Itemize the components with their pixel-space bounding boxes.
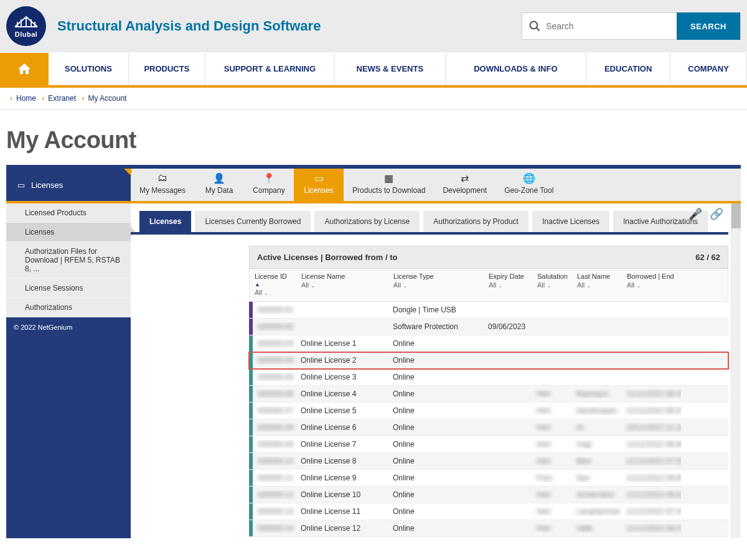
column-header[interactable]: Last NameAll ⌄ xyxy=(572,269,622,301)
account-tab-my-messages[interactable]: 🗂My Messages xyxy=(131,169,194,201)
crumb-myaccount[interactable]: My Account xyxy=(88,94,126,103)
table-row[interactable]: 000000-06Online License 4OnlineHerrRasma… xyxy=(249,386,728,403)
tab-icon: 🌐 xyxy=(523,172,535,184)
table-row[interactable]: 000000-13Online License 11OnlineHerrLang… xyxy=(249,503,728,520)
search-icon xyxy=(522,20,546,32)
account-tab-company[interactable]: 📍Company xyxy=(244,169,294,201)
table-row[interactable]: 000000-09Online License 7OnlineHerrVogt1… xyxy=(249,436,728,453)
sidebar-footer: © 2022 NetGenium xyxy=(6,317,131,337)
column-header[interactable]: License TypeAll ⌄ xyxy=(388,269,484,301)
page-title: My Account xyxy=(6,127,747,154)
search-box: SEARCH xyxy=(522,12,741,40)
column-header[interactable]: Expiry DateAll ⌄ xyxy=(484,269,532,301)
column-header[interactable]: Borrowed | EndAll ⌄ xyxy=(622,269,682,301)
sidebar-item[interactable]: Licenses xyxy=(6,223,131,242)
account-current-section: ▭ Licenses xyxy=(6,169,131,201)
tab-icon: 🗂 xyxy=(156,172,169,184)
sidebar-item[interactable]: Licensed Products xyxy=(6,203,131,223)
sidebar-item[interactable]: Authorization Files for Download | RFEM … xyxy=(6,242,131,279)
column-header[interactable]: License ID ▲All ⌄ xyxy=(250,269,296,301)
table-count: 62 / 62 xyxy=(695,253,720,262)
nav-home[interactable] xyxy=(0,53,49,85)
account-tab-my-data[interactable]: 👤My Data xyxy=(194,169,244,201)
svg-point-0 xyxy=(530,22,538,29)
tab-icon: 👤 xyxy=(213,172,225,184)
crumb-extranet[interactable]: Extranet xyxy=(48,94,76,103)
subtab[interactable]: Licenses xyxy=(139,211,191,232)
scrollbar[interactable] xyxy=(731,203,741,538)
tab-icon: 📍 xyxy=(263,172,275,184)
nav-support[interactable]: SUPPORT & LEARNING xyxy=(205,53,335,85)
subtab[interactable]: Authorizations by License xyxy=(314,211,420,232)
search-input[interactable] xyxy=(546,13,677,39)
subtab[interactable]: Authorizations by Product xyxy=(423,211,529,232)
column-header[interactable]: SalutationAll ⌄ xyxy=(532,269,572,301)
table-title: Active Licenses | Borrowed from / to xyxy=(257,253,397,262)
subtab[interactable]: Inactive Licenses xyxy=(532,211,609,232)
table-row[interactable]: 000000-12Online License 10OnlineHerrAche… xyxy=(249,487,728,503)
table-row[interactable]: 000000-03Online License 1Online xyxy=(249,335,728,352)
brand-logo[interactable]: Dlubal xyxy=(6,6,46,46)
subtab[interactable]: Licenses Currently Borrowed xyxy=(195,211,311,232)
table-row[interactable]: 000000-01Dongle | Time USB xyxy=(249,302,728,319)
breadcrumb: ›Home ›Extranet ›My Account xyxy=(0,88,747,110)
account-tab-products-to-download[interactable]: ▦Products to Download xyxy=(344,169,434,201)
tab-icon: ▭ xyxy=(312,172,325,184)
table-row[interactable]: 000000-11Online License 9OnlineFrauSan11… xyxy=(249,470,728,487)
tab-icon: ⇄ xyxy=(459,172,471,184)
table-row[interactable]: 000000-08Online License 6OnlineHerrAl10/… xyxy=(249,419,728,436)
crumb-home[interactable]: Home xyxy=(16,94,36,103)
brand-tagline: Structural Analysis and Design Software xyxy=(57,18,321,34)
column-header[interactable]: License NameAll ⌄ xyxy=(296,269,388,301)
account-tab-geo-zone-tool[interactable]: 🌐Geo-Zone Tool xyxy=(496,169,562,201)
table-row[interactable]: 000000-02Software Protection09/06/2023 xyxy=(249,319,728,335)
brand-name: Dlubal xyxy=(15,30,38,38)
main-nav: SOLUTIONS PRODUCTS SUPPORT & LEARNING NE… xyxy=(0,52,747,85)
table-row[interactable]: 000000-14Online License 12OnlineHerrVall… xyxy=(249,520,728,537)
tab-icon: ▦ xyxy=(383,172,395,184)
nav-downloads[interactable]: DOWNLOADS & INFO xyxy=(446,53,586,85)
sidebar-item[interactable]: Authorizations xyxy=(6,298,131,317)
nav-news[interactable]: NEWS & EVENTS xyxy=(335,53,446,85)
svg-line-1 xyxy=(537,28,540,31)
nav-solutions[interactable]: SOLUTIONS xyxy=(49,53,129,85)
link-icon[interactable]: 🔗 xyxy=(710,207,723,221)
nav-education[interactable]: EDUCATION xyxy=(586,53,670,85)
table-row[interactable]: 000000-10Online License 8OnlineHerrBien1… xyxy=(249,453,728,470)
sidebar-item[interactable]: License Sessions xyxy=(6,279,131,298)
licenses-icon: ▭ xyxy=(17,180,25,190)
account-tab-licenses[interactable]: ▭Licenses xyxy=(294,169,344,201)
table-row[interactable]: 000000-04Online License 2Online xyxy=(249,352,728,369)
nav-products[interactable]: PRODUCTS xyxy=(129,53,205,85)
search-button[interactable]: SEARCH xyxy=(677,12,740,40)
account-tab-development[interactable]: ⇄Development xyxy=(434,169,496,201)
account-current-label: Licenses xyxy=(31,180,63,190)
nav-company[interactable]: COMPANY xyxy=(670,53,747,85)
table-row[interactable]: 000000-07Online License 5OnlineHerrSandh… xyxy=(249,403,728,419)
mic-icon[interactable]: 🎤 xyxy=(688,207,702,221)
table-row[interactable]: 000000-05Online License 3Online xyxy=(249,369,728,386)
